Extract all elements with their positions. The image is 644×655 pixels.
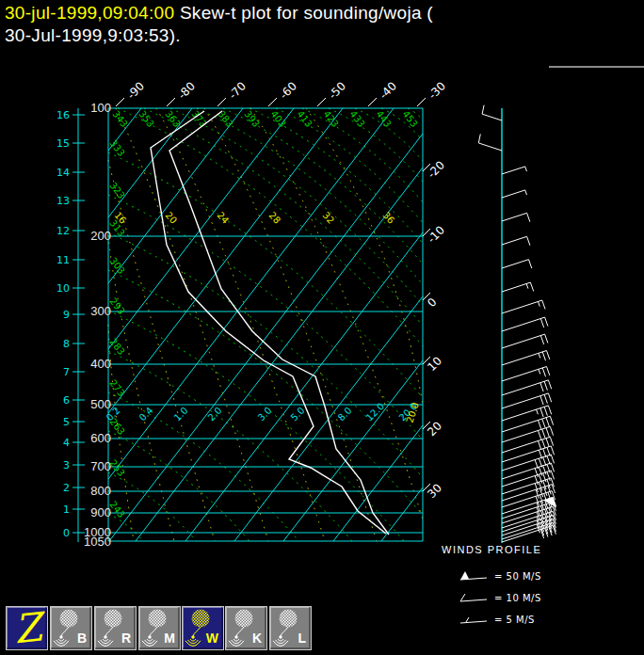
flag-icon <box>459 569 489 583</box>
wind-barb-staff <box>502 190 525 198</box>
toolbar-button-letter: W <box>206 631 218 646</box>
wind-barb-feather <box>551 455 554 463</box>
wind-barb-feather <box>547 367 550 375</box>
top-temp-label: -40 <box>377 79 399 102</box>
wind-barb-staff <box>502 471 551 487</box>
isotherm <box>108 108 294 349</box>
toolbar-button-w[interactable]: W <box>182 606 224 650</box>
wind-barb-staff <box>482 114 502 120</box>
wind-barb-feather <box>538 420 540 428</box>
height-label: 13 <box>56 195 70 207</box>
wind-barb-feather <box>542 439 545 448</box>
toolbar-button-m[interactable]: M <box>138 606 181 650</box>
logo-z-glyph: Z <box>7 605 49 651</box>
wind-barb-feather <box>551 446 554 455</box>
height-label: 12 <box>56 225 70 237</box>
top-temp-tick <box>268 98 277 106</box>
winds-profile-title: WINDS PROFILE <box>442 544 639 555</box>
right-temp-label: 0 <box>425 296 439 310</box>
height-label: 16 <box>56 109 70 121</box>
height-label: 4 <box>63 437 70 449</box>
pressure-label: 300 <box>90 304 111 318</box>
moist-adiabat <box>306 108 423 405</box>
skewt-plot-canvas: 1615141312111098765432101002003004005006… <box>0 0 644 655</box>
wind-barb-staff <box>502 406 548 421</box>
pressure-axis: 10020030040050060070080090010001050 <box>84 101 111 549</box>
dry-adiabat <box>144 108 423 326</box>
wind-barb-staff <box>502 485 552 501</box>
wind-barb-feather <box>542 352 545 360</box>
top-temp-label: -50 <box>326 79 348 102</box>
wind-barb-staff <box>502 426 550 442</box>
wind-barb-staff <box>502 317 545 331</box>
wind-barb-feather <box>550 426 553 435</box>
theta-left-label: 273 <box>107 377 126 398</box>
toolbar-button-k[interactable]: K <box>225 606 267 650</box>
mixing-ratio-label: 2.0 <box>206 405 224 423</box>
toolbar-button-letter: L <box>298 631 306 646</box>
mixing-ratio-label: 3.0 <box>256 405 274 423</box>
top-temp-tick <box>217 98 226 106</box>
wind-barb-feather <box>540 383 543 391</box>
pressure-label: 800 <box>90 484 111 498</box>
theta-top-label: 433 <box>347 108 366 129</box>
toolbar-button-l[interactable]: L <box>269 606 312 650</box>
wind-barb-feather <box>550 416 553 424</box>
wind-barb-feather <box>550 437 553 445</box>
height-label: 15 <box>56 137 70 150</box>
toolbar-button-letter: M <box>164 631 175 646</box>
dry-adiabat <box>108 232 423 478</box>
wind-barb-feather <box>540 408 543 417</box>
temperature-trace <box>169 111 389 535</box>
wind-barb-feather <box>478 134 480 143</box>
pressure-label: 100 <box>90 101 111 115</box>
wind-barb-staff <box>502 478 551 494</box>
top-temp-tick <box>368 98 377 106</box>
wind-barb-feather <box>529 260 532 268</box>
height-label: 10 <box>56 282 70 295</box>
full-barb-icon <box>459 591 489 604</box>
wind-barb-feather <box>482 105 484 115</box>
wind-barb-staff <box>502 334 545 348</box>
wind-barb-feather <box>545 317 548 326</box>
moist-adiabat <box>204 108 377 541</box>
wind-profile <box>478 105 556 543</box>
moist-adiabat-label: 20 <box>164 210 180 226</box>
top-temp-axis: -90-80-70-60-50-40-30 <box>116 79 448 106</box>
right-temp-label: 20 <box>425 419 444 439</box>
toolbar-button-b[interactable]: B <box>50 606 92 650</box>
wind-barb-half-feather <box>537 409 539 414</box>
wind-barb-staff <box>502 282 530 292</box>
toolbar-button-z[interactable]: Z <box>6 606 48 650</box>
legend-label: = 10 M/S <box>494 593 541 603</box>
moist-adiabat-label: 28 <box>267 210 283 226</box>
wind-barb-feather <box>527 236 530 245</box>
wind-barb-feather <box>540 319 543 328</box>
wind-barb-feather <box>548 380 551 389</box>
dry-adiabat <box>197 108 423 284</box>
theta-top-label: 413 <box>295 108 314 129</box>
wind-barb-half-feather <box>525 190 527 195</box>
dry-adiabat <box>170 108 423 305</box>
toolbar-button-r[interactable]: R <box>94 606 137 650</box>
toolbar: ZBRMWKL <box>0 605 644 652</box>
isotherm <box>333 425 423 541</box>
dry-adiabat <box>108 270 423 516</box>
wind-barb-feather <box>553 506 555 515</box>
wind-barb-feather <box>548 406 551 414</box>
height-label: 9 <box>63 309 70 321</box>
wind-barb-feather <box>544 381 547 390</box>
dry-adiabat <box>223 108 423 264</box>
right-temp-axis: -20-100102030 <box>423 158 447 501</box>
moist-adiabat <box>116 108 268 541</box>
top-temp-tick <box>116 98 124 106</box>
toolbar-button-letter: B <box>77 631 87 646</box>
toolbar-button-letter: R <box>121 631 131 646</box>
mixing-ratio-label: 0.4 <box>137 405 155 423</box>
dry-adiabat <box>108 514 143 541</box>
theta-top-label: 403 <box>268 108 287 129</box>
height-label: 1 <box>63 503 70 516</box>
height-axis: 161514131211109876543210 <box>56 108 85 542</box>
right-temp-label: 10 <box>425 354 444 374</box>
theta-left-label: 303 <box>107 255 126 276</box>
